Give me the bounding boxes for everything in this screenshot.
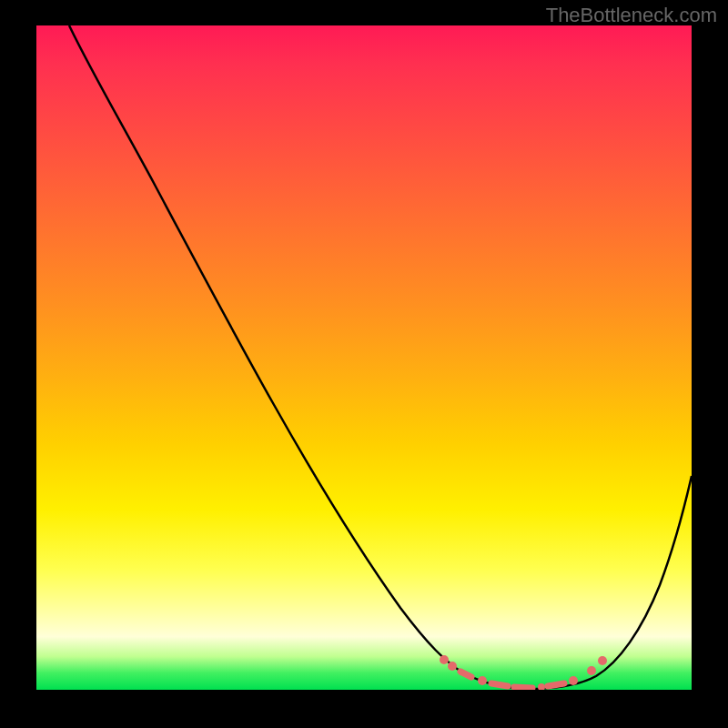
- chart-container: TheBottleneck.com: [0, 0, 728, 728]
- svg-point-5: [587, 666, 596, 675]
- plot-area: [36, 25, 692, 690]
- svg-point-2: [478, 676, 487, 685]
- svg-point-6: [598, 656, 607, 665]
- svg-point-3: [538, 683, 545, 690]
- optimal-range-markers: [440, 655, 607, 690]
- svg-point-1: [448, 662, 457, 671]
- svg-point-0: [440, 655, 449, 664]
- curve-svg: [36, 25, 692, 690]
- watermark-text: TheBottleneck.com: [546, 4, 717, 27]
- svg-point-4: [569, 676, 578, 685]
- bottleneck-curve: [69, 25, 692, 689]
